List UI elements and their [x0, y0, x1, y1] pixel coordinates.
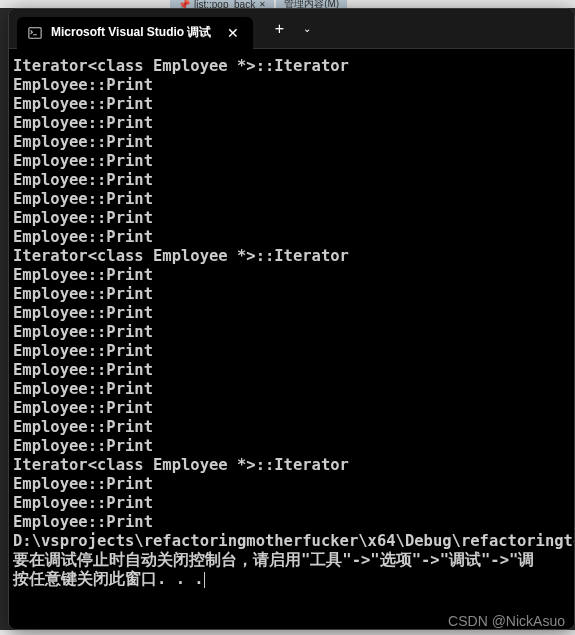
console-line: Employee::Print: [13, 285, 570, 304]
console-line: Employee::Print: [13, 323, 570, 342]
terminal-icon: [27, 25, 43, 41]
console-line: D:\vsprojects\refactoringmotherfucker\x6…: [13, 532, 570, 551]
console-output[interactable]: Iterator<class Employee *>::IteratorEmpl…: [9, 49, 574, 629]
console-line: Employee::Print: [13, 95, 570, 114]
console-line: 按任意键关闭此窗口. . .: [13, 570, 570, 589]
console-line: Employee::Print: [13, 399, 570, 418]
console-line: Employee::Print: [13, 437, 570, 456]
bg-tab-2: 管理内容(M): [276, 0, 347, 8]
console-window: Microsoft Visual Studio 调试 ✕ + ⌄ Iterato…: [8, 8, 575, 630]
bg-tab-1: 📌 list::pop_back ✕: [170, 0, 274, 8]
console-line: Employee::Print: [13, 114, 570, 133]
cursor: [204, 572, 205, 588]
console-line: Employee::Print: [13, 380, 570, 399]
bg-tab-1-label: list::pop_back: [194, 0, 255, 8]
svg-rect-0: [29, 27, 41, 38]
console-line: Employee::Print: [13, 475, 570, 494]
console-line: Employee::Print: [13, 190, 570, 209]
pin-icon: 📌: [178, 0, 190, 8]
tab-title: Microsoft Visual Studio 调试: [51, 24, 211, 41]
console-line: Employee::Print: [13, 361, 570, 380]
console-line: Employee::Print: [13, 266, 570, 285]
watermark: CSDN @NickAsuo: [448, 613, 565, 629]
console-line: Employee::Print: [13, 304, 570, 323]
console-line: Iterator<class Employee *>::Iterator: [13, 57, 570, 76]
console-line: Iterator<class Employee *>::Iterator: [13, 247, 570, 266]
active-tab[interactable]: Microsoft Visual Studio 调试 ✕: [17, 17, 253, 49]
close-tab-button[interactable]: ✕: [223, 23, 243, 43]
background-bottom: [0, 630, 575, 635]
tab-dropdown-button[interactable]: ⌄: [293, 15, 321, 43]
console-line: Employee::Print: [13, 513, 570, 532]
console-line: Employee::Print: [13, 209, 570, 228]
console-line: Employee::Print: [13, 418, 570, 437]
console-line: Employee::Print: [13, 133, 570, 152]
console-line: Employee::Print: [13, 152, 570, 171]
console-line: 要在调试停止时自动关闭控制台，请启用"工具"->"选项"->"调试"->"调: [13, 551, 570, 570]
new-tab-button[interactable]: +: [265, 15, 293, 43]
console-line: Employee::Print: [13, 228, 570, 247]
console-line: Employee::Print: [13, 76, 570, 95]
bg-tab-2-label: 管理内容(M): [284, 0, 339, 8]
console-line: Employee::Print: [13, 494, 570, 513]
background-ide-tabs: 📌 list::pop_back ✕ 管理内容(M): [0, 0, 575, 8]
console-line: Iterator<class Employee *>::Iterator: [13, 456, 570, 475]
console-line: Employee::Print: [13, 171, 570, 190]
close-icon: ✕: [259, 0, 266, 8]
titlebar: Microsoft Visual Studio 调试 ✕ + ⌄: [9, 9, 574, 49]
console-line: Employee::Print: [13, 342, 570, 361]
